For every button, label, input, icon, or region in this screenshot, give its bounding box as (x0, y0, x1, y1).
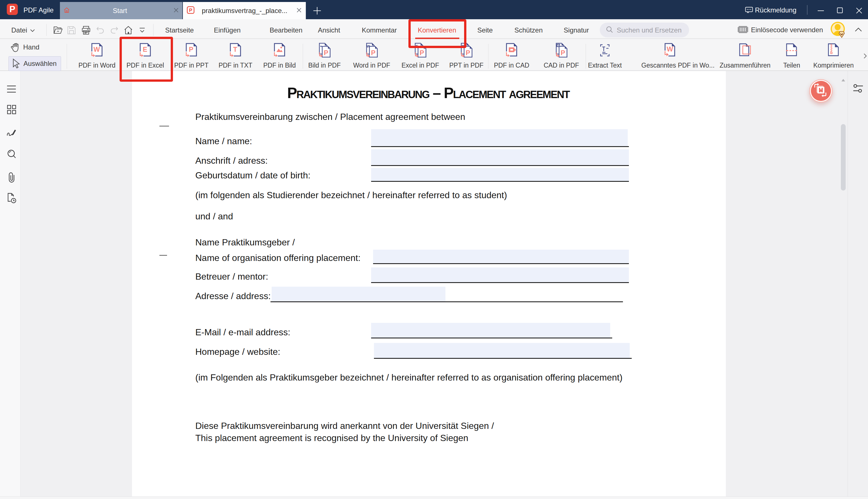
svg-text:P: P (371, 49, 375, 57)
svg-text:P: P (189, 46, 193, 53)
svg-text:P: P (420, 49, 424, 57)
svg-text:W: W (667, 45, 673, 53)
svg-text:P: P (560, 49, 565, 57)
svg-text:W: W (94, 46, 100, 53)
svg-text:P: P (466, 49, 470, 57)
svg-text:P: P (324, 49, 328, 57)
svg-text:P: P (189, 8, 192, 13)
svg-text:T: T (233, 46, 237, 53)
